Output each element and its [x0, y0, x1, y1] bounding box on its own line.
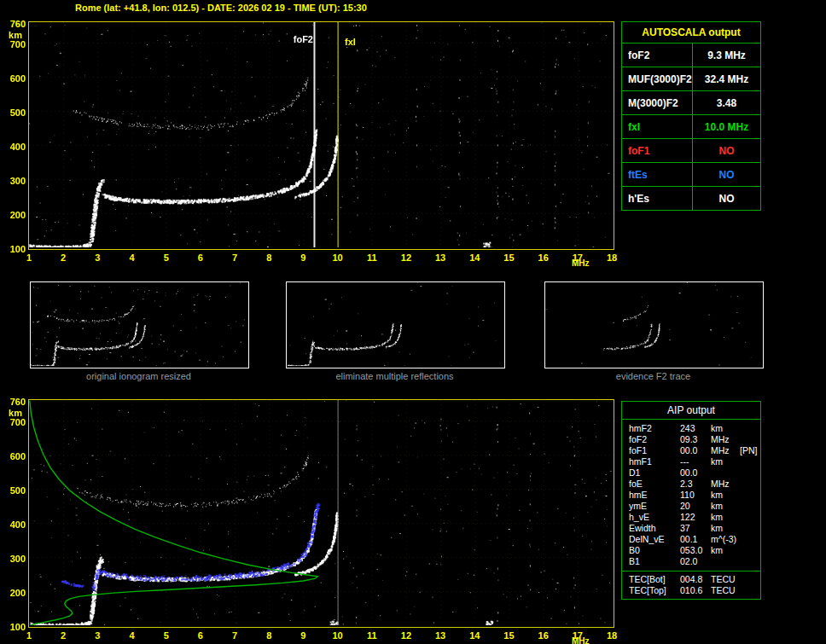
- aip-unit: km: [711, 501, 740, 512]
- aip-note: [740, 545, 760, 556]
- y-tick-label: 700: [2, 39, 26, 49]
- autoscala-param: MUF(3000)F2: [622, 67, 693, 90]
- aip-unit: km: [711, 545, 740, 556]
- autoscala-row: ftEsNO: [622, 163, 760, 187]
- y-tick-label: 400: [2, 519, 26, 530]
- aip-note: [740, 534, 760, 545]
- x-tick-label: 7: [225, 252, 244, 263]
- x-tick-label: 16: [534, 252, 553, 263]
- y-axis-unit-label: km: [2, 30, 22, 40]
- y-tick-label: 500: [2, 107, 26, 118]
- x-tick-label: 3: [88, 630, 107, 641]
- aip-value: 243: [680, 423, 711, 434]
- x-tick-label: 5: [157, 630, 176, 641]
- fxi-marker-label: fxI: [345, 37, 356, 47]
- aip-unit: [711, 556, 740, 567]
- y-axis-unit-label: km: [2, 408, 22, 418]
- x-tick-label: 15: [499, 252, 518, 263]
- aip-row: hmF1---km: [622, 456, 760, 467]
- autoscala-row: foF1NO: [622, 139, 760, 163]
- bottom-ionogram-plot: [28, 399, 614, 628]
- autoscala-value: 9.3 MHz: [693, 44, 760, 67]
- aip-param: Ewidth: [622, 523, 680, 534]
- aip-note: [740, 467, 760, 479]
- x-tick-label: 12: [397, 252, 416, 263]
- thumbnail-caption-no-multiples: eliminate multiple reflections: [286, 371, 503, 381]
- x-tick-label: 4: [123, 630, 142, 641]
- aip-row: DelN_vE00.1m^(-3): [622, 534, 760, 545]
- aip-param: hmF1: [622, 456, 680, 467]
- aip-note: [740, 434, 760, 445]
- x-tick-label: 12: [397, 630, 416, 641]
- aip-row: foF100.0MHz[PN]: [622, 445, 760, 456]
- aip-note: [740, 523, 760, 534]
- aip-param: B1: [622, 556, 680, 567]
- aip-table-rows: hmF2243kmfoF209.3MHzfoF100.0MHz[PN]hmF1-…: [622, 420, 760, 569]
- aip-note: [740, 423, 760, 434]
- aip-param: hmF2: [622, 423, 680, 434]
- aip-note: [740, 456, 760, 467]
- aip-note: [740, 574, 760, 585]
- autoscala-output-table: AUTOSCALA output foF29.3 MHzMUF(3000)F23…: [621, 21, 761, 211]
- autoscala-value: NO: [693, 139, 760, 162]
- aip-param: DelN_vE: [622, 534, 680, 545]
- y-tick-label: 760: [2, 19, 26, 29]
- x-tick-label: 9: [294, 630, 312, 641]
- thumbnail-caption-f2-trace: evidence F2 trace: [544, 371, 762, 381]
- aip-unit: MHz: [711, 445, 740, 456]
- aip-param: hmE: [622, 490, 680, 501]
- aip-note: [740, 512, 760, 523]
- aip-row: B0053.0km: [622, 545, 760, 556]
- aip-value: 20: [680, 501, 711, 512]
- x-axis-unit-label: MHz: [572, 258, 590, 268]
- aip-unit: [711, 467, 740, 479]
- y-tick-label: 300: [2, 554, 26, 564]
- autoscala-app-window: { "title": "Rome (lat: +41.8, lon: 012.5…: [0, 0, 826, 644]
- autoscala-table-header: AUTOSCALA output: [622, 22, 760, 44]
- aip-value: 010.6: [680, 585, 711, 596]
- aip-row: B102.0: [622, 556, 760, 567]
- x-tick-label: 11: [363, 630, 381, 641]
- x-tick-label: 13: [431, 630, 450, 641]
- aip-value: 37: [680, 523, 711, 534]
- aip-unit: m^(-3): [711, 534, 740, 545]
- aip-value: 09.3: [680, 434, 711, 445]
- aip-value: 00.0: [680, 467, 711, 479]
- aip-note: [740, 490, 760, 501]
- aip-note: [740, 501, 760, 512]
- x-tick-label: 8: [259, 252, 278, 263]
- y-tick-label: 500: [2, 485, 26, 496]
- y-tick-label: 600: [2, 451, 26, 461]
- aip-row: D100.0: [622, 467, 760, 479]
- autoscala-value: NO: [693, 187, 760, 210]
- aip-row: Ewidth37km: [622, 523, 760, 534]
- x-tick-label: 4: [123, 252, 142, 263]
- autoscala-value: NO: [693, 163, 760, 186]
- x-tick-label: 6: [191, 252, 210, 263]
- aip-note: [740, 585, 760, 596]
- thumbnail-original-ionogram: [30, 281, 249, 368]
- thumbnail-f2-trace-evidence: [544, 281, 764, 368]
- aip-value: 00.1: [680, 534, 711, 545]
- aip-value: 110: [680, 490, 711, 501]
- x-tick-label: 10: [329, 630, 347, 641]
- x-tick-label: 18: [602, 252, 621, 263]
- x-axis-unit-label: MHz: [572, 636, 590, 644]
- bottom-ionogram-canvas: [29, 400, 612, 625]
- x-tick-label: 11: [363, 252, 381, 263]
- top-ionogram-plot: foF2 fxI: [28, 21, 614, 250]
- y-tick-label: 300: [2, 176, 26, 186]
- aip-table-header: AIP output: [622, 402, 760, 420]
- top-ionogram-canvas: [29, 22, 612, 247]
- autoscala-row: h'EsNO: [622, 187, 760, 210]
- y-tick-label: 200: [2, 588, 26, 598]
- aip-row: foE2.3MHz: [622, 479, 760, 490]
- page-title: Rome (lat: +41.8, lon: 012.5) - DATE: 20…: [75, 3, 367, 13]
- thumbnail-caption-original: original ionogram resized: [30, 371, 247, 381]
- aip-param: D1: [622, 467, 680, 479]
- aip-tec-rows: TEC[Bot]004.8TECUTEC[Top]010.6TECU: [622, 571, 760, 599]
- aip-param: h_vE: [622, 512, 680, 523]
- autoscala-value: 3.48: [693, 91, 760, 114]
- autoscala-param: foF1: [622, 139, 693, 162]
- aip-output-table: AIP output hmF2243kmfoF209.3MHzfoF100.0M…: [621, 401, 761, 600]
